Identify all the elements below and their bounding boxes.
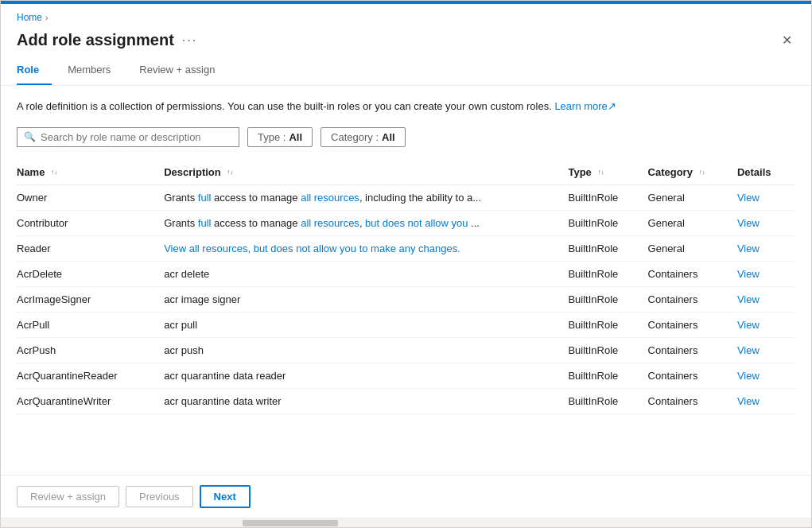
category-filter-value: All — [382, 131, 395, 143]
cell-description: Grants full access to manage all resourc… — [164, 210, 568, 235]
view-link[interactable]: View — [737, 268, 760, 280]
table-row[interactable]: AcrQuarantineReaderacr quarantine data r… — [17, 363, 795, 388]
cell-category: Containers — [648, 286, 737, 312]
cell-category: General — [648, 184, 737, 210]
cell-type: BuiltInRole — [568, 286, 647, 312]
next-button[interactable]: Next — [200, 485, 251, 508]
cell-category: Containers — [648, 261, 737, 286]
category-sort-icon: ↑↓ — [699, 169, 705, 176]
cell-category: Containers — [648, 388, 737, 413]
cell-description: acr quarantine data reader — [164, 363, 568, 388]
cell-name: AcrDelete — [17, 261, 164, 286]
type-sort-icon: ↑↓ — [597, 169, 604, 176]
name-sort-icon: ↑↓ — [51, 169, 57, 176]
description-text: A role definition is a collection of per… — [17, 99, 795, 115]
cell-details: View — [737, 388, 795, 413]
cell-name: AcrPull — [17, 312, 164, 337]
cell-type: BuiltInRole — [568, 388, 647, 413]
breadcrumb: Home › — [1, 4, 811, 26]
cell-category: General — [648, 235, 737, 261]
type-filter-button[interactable]: Type : All — [247, 127, 313, 147]
tab-bar: Role Members Review + assign — [1, 57, 811, 86]
type-filter-label: Type : — [258, 131, 286, 143]
cell-type: BuiltInRole — [568, 184, 647, 210]
cell-type: BuiltInRole — [568, 312, 647, 337]
cell-description: View all resources, but does not allow y… — [164, 235, 568, 261]
view-link[interactable]: View — [737, 243, 760, 254]
cell-category: Containers — [648, 312, 737, 337]
col-header-category[interactable]: Category ↑↓ — [648, 160, 737, 185]
view-link[interactable]: View — [737, 344, 760, 356]
content-area: A role definition is a collection of per… — [1, 86, 811, 475]
bottom-scrollbar-thumb — [243, 520, 338, 526]
cell-type: BuiltInRole — [568, 235, 647, 261]
cell-description: Grants full access to manage all resourc… — [164, 184, 568, 210]
cell-name: AcrImageSigner — [17, 286, 164, 312]
col-header-name[interactable]: Name ↑↓ — [17, 160, 164, 185]
table-row[interactable]: AcrDeleteacr deleteBuiltInRoleContainers… — [17, 261, 795, 286]
cell-details: View — [737, 363, 795, 388]
cell-details: View — [737, 210, 795, 235]
review-assign-button[interactable]: Review + assign — [17, 486, 119, 507]
cell-details: View — [737, 261, 795, 286]
description-sort-icon: ↑↓ — [227, 169, 233, 176]
cell-description: acr image signer — [164, 286, 568, 312]
cell-details: View — [737, 184, 795, 210]
search-box: 🔍 — [17, 127, 239, 147]
cell-name: Owner — [17, 184, 164, 210]
previous-button[interactable]: Previous — [126, 486, 193, 507]
tab-role[interactable]: Role — [17, 57, 52, 85]
page-title: Add role assignment — [17, 31, 174, 49]
bottom-scrollbar[interactable] — [1, 518, 811, 527]
close-button[interactable]: ✕ — [779, 29, 795, 51]
col-header-type[interactable]: Type ↑↓ — [568, 160, 647, 185]
header-left: Add role assignment ··· — [17, 31, 197, 49]
footer: Review + assign Previous Next — [1, 475, 811, 518]
search-icon: 🔍 — [24, 131, 36, 142]
view-link[interactable]: View — [737, 217, 760, 229]
cell-name: Reader — [17, 235, 164, 261]
cell-type: BuiltInRole — [568, 210, 647, 235]
roles-table: Name ↑↓ Description ↑↓ Type ↑↓ Categor — [17, 160, 795, 414]
cell-description: acr pull — [164, 312, 568, 337]
page-header: Add role assignment ··· ✕ — [1, 26, 811, 57]
breadcrumb-home[interactable]: Home — [17, 12, 42, 23]
view-link[interactable]: View — [737, 370, 760, 382]
more-options-icon[interactable]: ··· — [182, 33, 197, 48]
col-header-details: Details — [737, 160, 795, 185]
cell-details: View — [737, 337, 795, 363]
cell-details: View — [737, 312, 795, 337]
category-filter-button[interactable]: Category : All — [321, 127, 406, 147]
table-row[interactable]: OwnerGrants full access to manage all re… — [17, 184, 795, 210]
col-header-description[interactable]: Description ↑↓ — [164, 160, 568, 185]
table-body: OwnerGrants full access to manage all re… — [17, 184, 795, 413]
cell-type: BuiltInRole — [568, 363, 647, 388]
view-link[interactable]: View — [737, 192, 760, 204]
table-row[interactable]: AcrPushacr pushBuiltInRoleContainersView — [17, 337, 795, 363]
table-row[interactable]: AcrQuarantineWriteracr quarantine data w… — [17, 388, 795, 413]
view-link[interactable]: View — [737, 293, 760, 305]
table-row[interactable]: ContributorGrants full access to manage … — [17, 210, 795, 235]
cell-name: AcrQuarantineReader — [17, 363, 164, 388]
table-row[interactable]: AcrImageSigneracr image signerBuiltInRol… — [17, 286, 795, 312]
roles-table-container: Name ↑↓ Description ↑↓ Type ↑↓ Categor — [17, 160, 795, 414]
table-row[interactable]: AcrPullacr pullBuiltInRoleContainersView — [17, 312, 795, 337]
cell-type: BuiltInRole — [568, 261, 647, 286]
cell-type: BuiltInRole — [568, 337, 647, 363]
view-link[interactable]: View — [737, 395, 760, 407]
cell-details: View — [737, 286, 795, 312]
tab-members[interactable]: Members — [68, 57, 123, 85]
search-input[interactable] — [41, 131, 232, 143]
cell-name: AcrQuarantineWriter — [17, 388, 164, 413]
cell-category: Containers — [648, 363, 737, 388]
view-link[interactable]: View — [737, 319, 760, 331]
main-window: Home › Add role assignment ··· ✕ Role Me… — [0, 0, 812, 528]
cell-name: AcrPush — [17, 337, 164, 363]
cell-category: Containers — [648, 337, 737, 363]
cell-description: acr delete — [164, 261, 568, 286]
learn-more-link[interactable]: Learn more↗ — [554, 100, 616, 112]
filters-bar: 🔍 Type : All Category : All — [17, 127, 795, 147]
table-row[interactable]: ReaderView all resources, but does not a… — [17, 235, 795, 261]
tab-review-assign[interactable]: Review + assign — [139, 57, 227, 85]
table-header-row: Name ↑↓ Description ↑↓ Type ↑↓ Categor — [17, 160, 795, 185]
